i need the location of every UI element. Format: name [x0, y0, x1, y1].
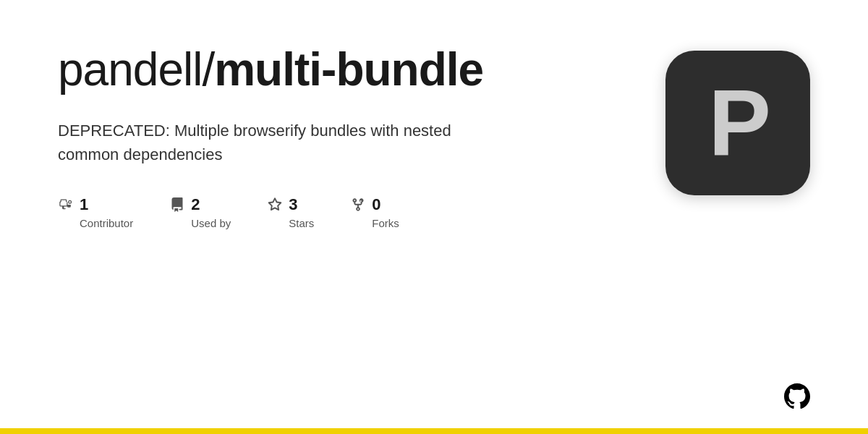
- yellow-bar: [0, 428, 868, 434]
- stat-forks-top: 0: [350, 195, 380, 214]
- stat-stars-top: 3: [267, 195, 297, 214]
- used-by-icon: [169, 197, 185, 213]
- app-icon: P: [665, 51, 810, 195]
- stats-row: 1 Contributor 2 Used by: [58, 195, 564, 229]
- stat-contributor-top: 1: [58, 195, 88, 214]
- fork-icon: [350, 197, 366, 213]
- stars-label: Stars: [267, 217, 314, 229]
- stat-forks: 0 Forks: [350, 195, 399, 229]
- stat-contributor: 1 Contributor: [58, 195, 133, 229]
- app-icon-letter: P: [708, 76, 767, 170]
- left-section: pandell/multi-bundle DEPRECATED: Multipl…: [58, 43, 564, 229]
- repo-name: multi-bundle: [214, 43, 483, 95]
- contributor-count: 1: [80, 195, 88, 214]
- stat-used-by-top: 2: [169, 195, 200, 214]
- repo-description: DEPRECATED: Multiple browserify bundles …: [58, 119, 463, 166]
- repo-owner: pandell/: [58, 43, 214, 95]
- stat-used-by: 2 Used by: [169, 195, 231, 229]
- repo-title: pandell/multi-bundle: [58, 43, 564, 97]
- used-by-label: Used by: [169, 217, 231, 229]
- contributor-label: Contributor: [58, 217, 133, 229]
- stat-stars: 3 Stars: [267, 195, 314, 229]
- main-container: pandell/multi-bundle DEPRECATED: Multipl…: [0, 0, 868, 434]
- forks-label: Forks: [350, 217, 399, 229]
- forks-count: 0: [372, 195, 380, 214]
- stars-count: 3: [289, 195, 297, 214]
- github-icon-bottom: [784, 383, 810, 412]
- right-section: P: [665, 43, 810, 195]
- contributor-icon: [58, 197, 74, 213]
- star-icon: [267, 197, 283, 213]
- used-by-count: 2: [191, 195, 200, 214]
